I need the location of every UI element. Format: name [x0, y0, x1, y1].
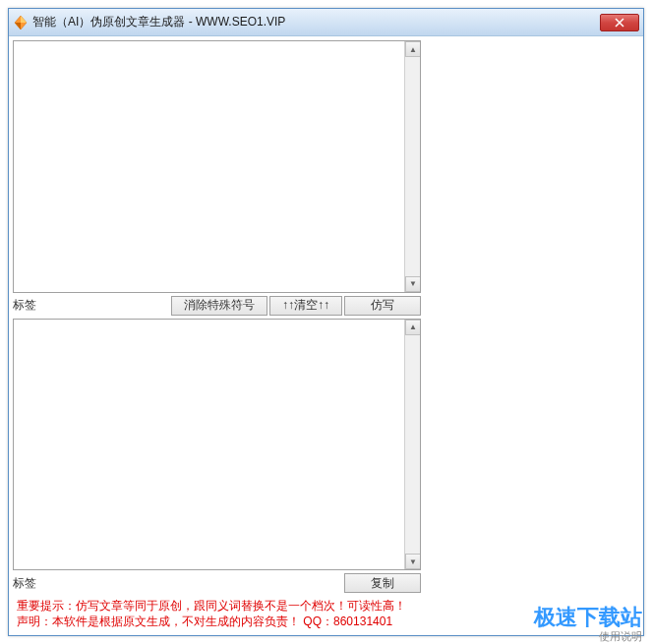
copy-button[interactable]: 复制	[344, 573, 421, 593]
scroll-down-icon[interactable]: ▼	[405, 554, 421, 569]
output-scrollbar[interactable]: ▲ ▼	[404, 320, 420, 570]
clear-special-chars-button[interactable]: 消除特殊符号	[171, 296, 267, 316]
input-textarea[interactable]	[14, 41, 404, 292]
right-panel	[421, 40, 639, 631]
scroll-down-icon[interactable]: ▼	[405, 276, 421, 292]
content-area: ▲ ▼ 标签 消除特殊符号 ↑↑清空↑↑ 仿写 ▲ ▼	[9, 36, 643, 635]
app-window: 智能（AI）伪原创文章生成器 - WWW.SEO1.VIP ▲ ▼ 标签 消除特…	[8, 8, 644, 636]
clear-all-button[interactable]: ↑↑清空↑↑	[269, 296, 342, 316]
notice-line-1: 重要提示：仿写文章等同于原创，跟同义词替换不是一个档次！可读性高！	[17, 598, 417, 614]
scroll-up-icon[interactable]: ▲	[405, 41, 421, 57]
close-button[interactable]	[600, 14, 639, 31]
disclaimer-text: 声明：本软件是根据原文生成，不对生成的内容负责！	[17, 615, 300, 628]
output-textarea-wrapper: ▲ ▼	[13, 319, 421, 571]
rewrite-button[interactable]: 仿写	[344, 296, 421, 316]
usage-instructions-link[interactable]: 使用说明	[599, 629, 642, 644]
output-textarea[interactable]	[14, 320, 404, 570]
input-textarea-wrapper: ▲ ▼	[13, 40, 421, 293]
watermark-text: 极速下载站	[534, 603, 642, 632]
window-title: 智能（AI）伪原创文章生成器 - WWW.SEO1.VIP	[32, 14, 600, 30]
input-scrollbar[interactable]: ▲ ▼	[404, 41, 420, 292]
left-panel: ▲ ▼ 标签 消除特殊符号 ↑↑清空↑↑ 仿写 ▲ ▼	[13, 40, 421, 631]
qq-label: QQ：	[303, 615, 333, 628]
notice-area: 重要提示：仿写文章等同于原创，跟同义词替换不是一个档次！可读性高！ 声明：本软件…	[13, 596, 421, 631]
top-toolbar: 标签 消除特殊符号 ↑↑清空↑↑ 仿写	[13, 295, 421, 317]
app-icon	[13, 15, 29, 30]
titlebar: 智能（AI）伪原创文章生成器 - WWW.SEO1.VIP	[9, 9, 643, 36]
notice-line-2: 声明：本软件是根据原文生成，不对生成的内容负责！ QQ：860131401	[17, 614, 417, 629]
scroll-up-icon[interactable]: ▲	[405, 320, 421, 335]
bottom-toolbar: 标签 复制	[13, 572, 421, 594]
output-label: 标签	[13, 575, 36, 592]
qq-number: 860131401	[333, 615, 392, 628]
input-label: 标签	[13, 297, 36, 314]
